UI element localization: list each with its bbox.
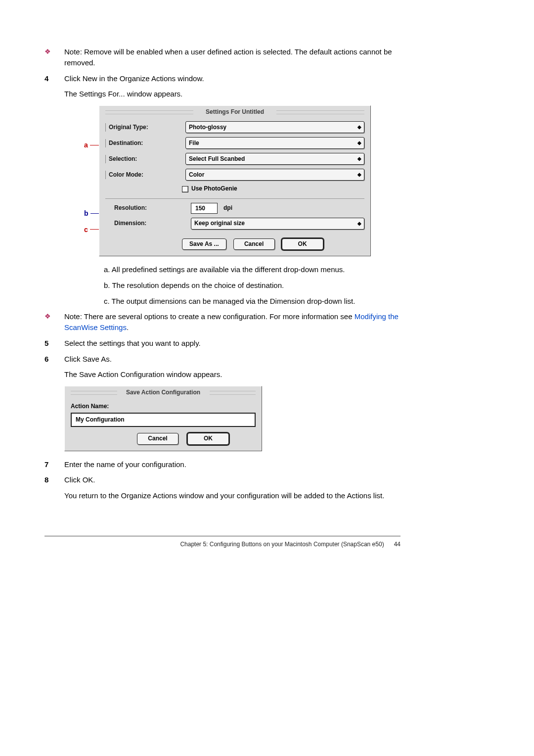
diamond-bullet-icon: ❖ [44,311,64,333]
settings-dialog: Settings For Untitled Original Type: Pho… [99,105,371,256]
dropdown-color-mode-value: Color [189,171,204,179]
dropdown-original-type[interactable]: Photo-glossy ◆ [185,121,364,133]
updown-icon: ◆ [357,157,361,161]
step-7: 7 Enter the name of your configuration. [44,459,400,470]
note-remove: ❖ Note: Remove will be enabled when a us… [44,47,400,68]
step-4: 4 Click New in the Organize Actions wind… [44,73,400,84]
dropdown-destination[interactable]: File ◆ [185,137,364,149]
input-action-name[interactable]: My Configuration [71,413,256,427]
callout-b: b [84,208,99,218]
updown-icon: ◆ [357,173,361,177]
step-5-number: 5 [44,338,64,349]
save-as-button[interactable]: Save As ... [182,238,226,250]
dropdown-destination-value: File [189,139,199,147]
save-action-dialog-title: Save Action Configuration [71,388,256,397]
separator [105,198,364,199]
step-8-number: 8 [44,474,64,485]
step-6-sub: The Save Action Configuration window app… [64,369,400,380]
label-color-mode: Color Mode: [105,171,185,179]
label-photogenie: Use PhotoGenie [191,185,237,193]
step-7-number: 7 [44,459,64,470]
step-6: 6 Click Save As. [44,354,400,365]
save-cancel-button[interactable]: Cancel [137,433,178,444]
dropdown-original-type-value: Photo-glossy [189,123,226,132]
label-action-name: Action Name: [71,402,256,411]
note-options: ❖ Note: There are several options to cre… [44,311,400,333]
cancel-button[interactable]: Cancel [233,238,275,250]
input-resolution[interactable]: 150 [191,203,218,214]
caption-b: b. The resolution depends on the choice … [104,280,400,291]
label-resolution: Resolution: [105,204,191,212]
label-dpi: dpi [223,204,232,212]
dropdown-dimension[interactable]: Keep original size ◆ [191,218,364,230]
callout-c: c [84,225,99,235]
page-footer: Chapter 5: Configuring Buttons on your M… [44,536,400,549]
settings-dialog-title: Settings For Untitled [105,108,364,116]
step-8: 8 Click OK. [44,474,400,485]
label-original-type: Original Type: [105,123,185,132]
note-options-text: Note: There are several options to creat… [64,312,355,321]
callout-column: a b c [84,105,99,235]
step-4-number: 4 [44,73,64,84]
updown-icon: ◆ [357,125,361,129]
step-5: 5 Select the settings that you want to a… [44,338,400,349]
note-options-period: . [127,323,129,331]
checkbox-photogenie[interactable] [182,186,188,192]
ok-button[interactable]: OK [282,238,323,250]
step-6-number: 6 [44,354,64,365]
settings-dialog-figure: a b c Settings For Untitled Original Typ… [84,105,400,256]
dropdown-dimension-value: Keep original size [194,219,245,228]
save-ok-button[interactable]: OK [187,433,229,444]
save-action-dialog: Save Action Configuration Action Name: M… [64,386,262,451]
dropdown-selection-value: Select Full Scanbed [189,155,245,163]
step-4-sub: The Settings For... window appears. [64,89,400,99]
step-5-text: Select the settings that you want to app… [64,338,400,349]
label-selection: Selection: [105,155,185,163]
step-8-sub: You return to the Organize Actions windo… [64,490,400,501]
footer-chapter: Chapter 5: Configuring Buttons on your M… [180,541,384,548]
footer-page-number: 44 [394,541,400,548]
label-destination: Destination: [105,139,185,147]
updown-icon: ◆ [357,141,361,145]
label-dimension: Dimension: [105,219,191,228]
caption-a: a. All predefined settings are available… [104,264,400,275]
step-8-text: Click OK. [64,474,400,485]
dropdown-selection[interactable]: Select Full Scanbed ◆ [185,153,364,165]
step-6-text: Click Save As. [64,354,400,365]
diamond-bullet-icon: ❖ [44,47,64,68]
caption-c: c. The output dimensions can be managed … [104,296,400,307]
note-remove-text: Note: Remove will be enabled when a user… [64,47,400,68]
dropdown-color-mode[interactable]: Color ◆ [185,169,364,181]
step-7-text: Enter the name of your configuration. [64,459,400,470]
callout-a: a [84,140,99,150]
step-4-text: Click New in the Organize Actions window… [64,73,400,84]
updown-icon: ◆ [357,222,361,226]
